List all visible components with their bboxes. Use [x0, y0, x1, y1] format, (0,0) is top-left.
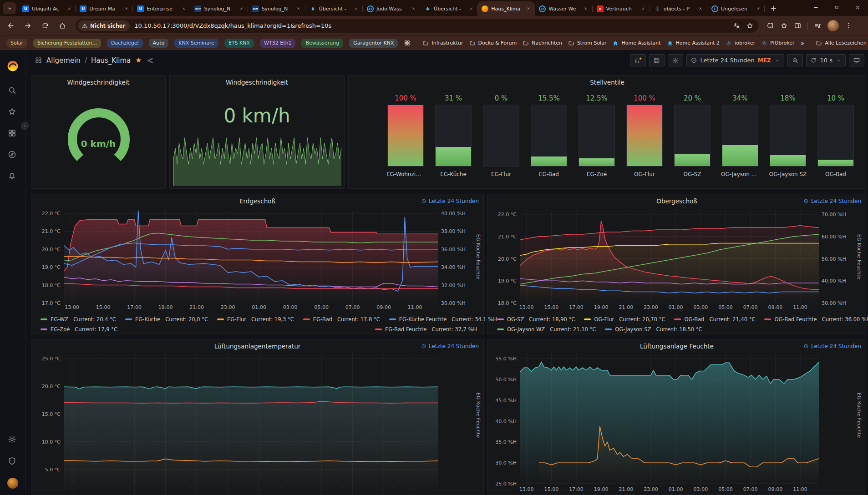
grafana-logo-icon[interactable] — [7, 60, 19, 74]
tab-close-icon[interactable] — [410, 5, 417, 12]
tab-close-icon[interactable] — [525, 5, 532, 12]
browser-tab[interactable]: UUbiquiti Ac — [18, 1, 76, 16]
new-tab-button[interactable]: + — [767, 2, 779, 14]
add-panel-button[interactable] — [630, 54, 646, 66]
bookmark-folder[interactable]: Docku & Forum — [469, 40, 517, 46]
bookmark-pill[interactable]: Auto — [149, 39, 169, 48]
browser-tab[interactable]: DSMSynolog_N — [190, 1, 248, 16]
tab-close-icon[interactable] — [640, 5, 647, 12]
legend-item[interactable]: EG-KücheCurrent: 20,0 °C — [125, 316, 208, 323]
zoom-out-button[interactable] — [787, 54, 803, 66]
time-range-link[interactable]: Letzte 24 Stunden — [803, 343, 861, 349]
dashboard-settings-button[interactable] — [668, 54, 683, 66]
side-panel-icon[interactable] — [794, 22, 802, 30]
back-button[interactable] — [4, 19, 17, 33]
tab-close-icon[interactable] — [467, 5, 474, 12]
time-range-link[interactable]: Letzte 24 Stunden — [421, 198, 479, 204]
tab-close-icon[interactable] — [180, 5, 187, 12]
tab-close-icon[interactable] — [295, 5, 302, 12]
bookmark-item[interactable]: PiObroker — [761, 40, 794, 46]
legend-item[interactable]: EG-BadCurrent: 17.8 °C — [303, 316, 380, 323]
breadcrumb-section[interactable]: Allgemein — [46, 56, 81, 65]
sidebar-item-gear[interactable] — [7, 434, 17, 444]
all-bookmarks[interactable]: Alle Lesezeichen — [816, 40, 866, 46]
menu-icon[interactable] — [845, 22, 853, 30]
favorites-icon[interactable] — [780, 22, 788, 30]
refresh-button[interactable]: 10 s — [806, 54, 846, 66]
legend-item[interactable]: OG-Bad FeuchteCurrent: 36.00 %H — [764, 316, 868, 323]
bookmark-pill[interactable]: KNX Seminare — [174, 39, 218, 48]
bookmark-folder[interactable]: Infrastruktur — [422, 40, 463, 46]
sidebar-item-shield[interactable] — [7, 456, 17, 466]
browser-tab[interactable]: UDream Ma — [76, 1, 133, 16]
profile-avatar[interactable] — [827, 20, 839, 31]
bookmark-folder[interactable]: Nachrichten — [523, 40, 562, 46]
favorite-star-icon[interactable] — [135, 56, 142, 64]
time-range-link[interactable]: Letzte 24 Stunden — [421, 343, 479, 349]
sidebar-item-star[interactable] — [7, 107, 17, 116]
legend-item[interactable]: EG-ZoéCurrent: 17,9 °C — [41, 326, 117, 333]
panel-title[interactable]: Stellventile — [349, 76, 866, 89]
sidebar-expand-button[interactable] — [21, 122, 29, 130]
browser-tab[interactable]: Übersicht - — [305, 1, 363, 16]
bookmark-pill[interactable]: ETS KNX — [224, 39, 254, 48]
minimize-button[interactable] — [805, 0, 826, 15]
legend-item[interactable]: EG-WZCurrent: 20.4 °C — [41, 316, 116, 323]
bookmark-star-icon[interactable] — [746, 22, 754, 30]
tv-mode-button[interactable] — [849, 54, 864, 66]
translate-icon[interactable] — [733, 22, 741, 30]
sidebar-item-search[interactable] — [7, 86, 17, 95]
browser-tab[interactable]: objects - P — [650, 1, 707, 16]
tab-close-icon[interactable] — [353, 5, 360, 12]
maximize-button[interactable] — [826, 0, 847, 15]
security-chip[interactable]: Nicht sicher — [78, 20, 130, 31]
bookmark-pill[interactable]: Bewässerung — [301, 39, 343, 48]
sidebar-item-compass[interactable] — [7, 150, 17, 159]
time-range-picker[interactable]: Letzte 24 Stunden MEZ — [686, 54, 784, 66]
media-list-icon[interactable] — [814, 22, 822, 30]
panel-title[interactable]: Windgeschrindigkeit — [31, 76, 165, 89]
share-icon[interactable] — [147, 57, 154, 64]
panel-title[interactable]: Erdgeschoß — [31, 194, 483, 208]
time-range-link[interactable]: Letzte 24 Stunden — [803, 198, 861, 204]
sidebar-item-apps[interactable] — [7, 128, 17, 138]
address-bar[interactable]: Nicht sicher 10.10.50.17:3000/d/VZdx8qzq… — [76, 19, 758, 33]
bookmarks-overflow-chevron[interactable]: » — [801, 40, 805, 47]
reload-button[interactable] — [38, 19, 52, 33]
close-window-button[interactable] — [847, 0, 868, 15]
sidebar-item-bell[interactable] — [7, 171, 17, 181]
legend-item[interactable]: OG-BadCurrent: 21,40 °C — [674, 316, 755, 323]
tab-close-icon[interactable] — [697, 5, 704, 12]
browser-tab[interactable]: UEnterprise — [133, 1, 190, 16]
legend-item[interactable]: OG-FlurCurrent: 20,70 °C — [584, 316, 665, 323]
legend-item[interactable]: OG-Jayson WZCurrent: 21.10 °C — [497, 326, 596, 333]
apps-grid-icon[interactable] — [404, 40, 411, 46]
panel-title[interactable]: Windgeschrindigkeit — [170, 76, 344, 89]
tab-close-icon[interactable] — [583, 5, 589, 12]
browser-tab[interactable]: Verbrauch — [593, 1, 650, 16]
bookmark-pill[interactable]: Sicherung Festplatten... — [33, 39, 101, 48]
legend-item[interactable]: OG-Jayson SZCurrent: 18.50 °C — [605, 326, 702, 333]
tab-close-icon[interactable] — [238, 5, 245, 12]
bookmark-folder[interactable]: Strom Solar — [568, 40, 607, 46]
tab-close-icon[interactable] — [123, 5, 130, 12]
legend-item[interactable]: EG-Küche FeuchteCurrent: 34.1 %H — [389, 316, 497, 323]
home-button[interactable] — [56, 19, 69, 33]
extensions-icon[interactable] — [766, 22, 774, 30]
save-dashboard-button[interactable] — [649, 54, 665, 66]
browser-tab[interactable]: iUngelesen — [707, 1, 765, 16]
browser-tab[interactable]: Übersicht - — [420, 1, 477, 16]
browser-tab[interactable]: 42Judo Wass — [363, 1, 420, 16]
dashboards-grid-icon[interactable] — [35, 56, 42, 64]
tab-close-icon[interactable] — [66, 5, 72, 12]
bookmark-pill[interactable]: Garagentor KNX — [349, 39, 398, 48]
bookmark-item[interactable]: Home Assistant 2 — [667, 40, 720, 46]
bookmark-pill[interactable]: Dachziegel — [107, 39, 143, 48]
breadcrumb-dashboard[interactable]: Haus_Klima — [91, 56, 131, 65]
browser-tab[interactable]: 42Wasser We — [535, 1, 592, 16]
legend-item[interactable]: EG-FlurCurrent: 19,3 °C — [217, 316, 294, 323]
browser-tab[interactable]: DSMSynolog_N — [248, 1, 305, 16]
browser-tab[interactable]: Haus_Klima — [477, 1, 535, 16]
forward-button[interactable] — [21, 19, 35, 33]
legend-item[interactable]: EG-Bad FeuchteCurrent: 37,7 %H — [375, 326, 477, 333]
